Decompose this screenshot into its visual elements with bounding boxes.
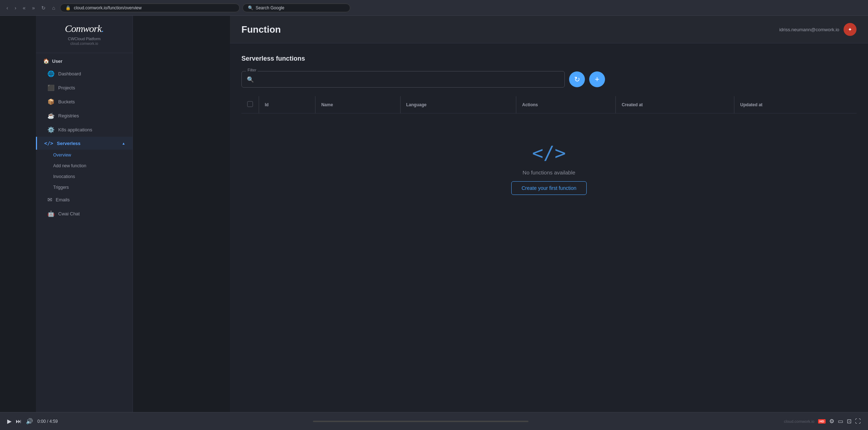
cwai-icon: 🤖 bbox=[47, 210, 55, 217]
volume-button[interactable]: 🔊 bbox=[26, 418, 33, 425]
page-title: Function bbox=[241, 24, 281, 35]
th-created-at: Created at bbox=[616, 96, 734, 113]
app-container: Comwork. CWCloud Platform cloud.comwork.… bbox=[36, 16, 868, 412]
sidebar-item-k8s[interactable]: ⚙️ K8s applications bbox=[36, 123, 133, 137]
avatar-icon: ✦ bbox=[848, 27, 852, 32]
logo-text: Comwork. bbox=[65, 23, 104, 34]
go-back-button[interactable]: « bbox=[20, 4, 28, 12]
sidebar-item-emails[interactable]: ✉ Emails bbox=[36, 193, 133, 207]
captions-button[interactable]: ▭ bbox=[838, 418, 843, 425]
table-header: Id Name Language Actions Created at bbox=[241, 96, 857, 113]
th-language: Language bbox=[400, 96, 516, 113]
back-button[interactable]: ‹ bbox=[4, 4, 10, 12]
sidebar-item-cwai-chat[interactable]: 🤖 Cwai Chat bbox=[36, 207, 133, 221]
home-nav-icon: 🏠 bbox=[43, 58, 49, 64]
bottom-right-controls: cloud.comwork.io HD ⚙ ▭ ⊡ ⛶ bbox=[784, 418, 861, 425]
home-button[interactable]: ⌂ bbox=[50, 4, 57, 12]
user-section-header[interactable]: 🏠 User bbox=[36, 53, 133, 67]
user-avatar: ✦ bbox=[844, 23, 857, 36]
search-icon: 🔍 bbox=[248, 5, 253, 10]
play-button[interactable]: ▶ bbox=[7, 418, 11, 425]
registries-icon: ☕ bbox=[47, 112, 55, 119]
sidebar-sub-invocations[interactable]: Invocations bbox=[36, 171, 133, 182]
next-button[interactable]: ⏭ bbox=[16, 418, 22, 425]
emails-label: Emails bbox=[56, 197, 70, 202]
platform-name: CWCloud Platform bbox=[43, 37, 125, 41]
volume-icon: 🔊 bbox=[26, 418, 33, 424]
filter-area: Filter 🔍 ↻ + bbox=[241, 71, 857, 88]
url-bar[interactable]: 🔒 cloud.comwork.io/function/overview bbox=[60, 4, 240, 12]
select-all-checkbox[interactable] bbox=[247, 101, 253, 107]
go-forward-button[interactable]: » bbox=[30, 4, 37, 12]
sidebar-sub-add-function[interactable]: Add new function bbox=[36, 160, 133, 171]
cwai-label: Cwai Chat bbox=[58, 211, 80, 216]
watermark: cloud.comwork.io bbox=[784, 419, 814, 424]
platform-url: cloud.comwork.io bbox=[43, 42, 125, 46]
progress-bar[interactable] bbox=[313, 421, 528, 422]
sidebar-sub-overview[interactable]: Overview bbox=[36, 150, 133, 160]
buckets-label: Buckets bbox=[58, 99, 75, 104]
projects-icon: ⬛ bbox=[47, 84, 55, 91]
chevron-up-icon: ▲ bbox=[122, 141, 125, 145]
search-bar[interactable]: 🔍 Search Google bbox=[243, 4, 350, 12]
section-title: Serverless functions bbox=[241, 55, 857, 62]
invocations-label: Invocations bbox=[53, 174, 75, 179]
main-content: Function idriss.neumann@comwork.io ✦ Ser… bbox=[230, 16, 868, 412]
refresh-button[interactable]: ↻ bbox=[569, 71, 585, 87]
add-button[interactable]: + bbox=[589, 71, 605, 87]
filter-label: Filter bbox=[246, 68, 258, 72]
buckets-icon: 📦 bbox=[47, 98, 55, 105]
th-updated-at: Updated at bbox=[734, 96, 857, 113]
lock-icon: 🔒 bbox=[65, 5, 71, 10]
settings-button[interactable]: ⚙ bbox=[829, 418, 834, 425]
serverless-icon: </> bbox=[44, 140, 53, 146]
filter-wrapper: Filter 🔍 bbox=[241, 71, 565, 88]
forward-button[interactable]: › bbox=[13, 4, 19, 12]
reload-button[interactable]: ↻ bbox=[39, 4, 48, 12]
th-actions: Actions bbox=[516, 96, 616, 113]
k8s-icon: ⚙️ bbox=[47, 126, 55, 133]
sidebar-sub-triggers[interactable]: Triggers bbox=[36, 182, 133, 193]
registries-label: Registries bbox=[58, 113, 79, 118]
sidebar-item-buckets[interactable]: 📦 Buckets bbox=[36, 95, 133, 109]
sidebar-item-projects[interactable]: ⬛ Projects bbox=[36, 81, 133, 95]
page-body: Serverless functions Filter 🔍 ↻ + bbox=[230, 43, 868, 412]
sidebar-item-dashboard[interactable]: 🌐 Dashboard bbox=[36, 67, 133, 81]
logo-dot: . bbox=[101, 23, 103, 34]
fullscreen-button[interactable]: ⛶ bbox=[855, 418, 861, 425]
dashboard-label: Dashboard bbox=[58, 71, 81, 76]
bottom-bar: ▶ ⏭ 🔊 0:00 / 4:59 cloud.comwork.io HD ⚙ … bbox=[0, 412, 868, 430]
nav-sidebar: Comwork. CWCloud Platform cloud.comwork.… bbox=[36, 16, 133, 412]
total-time: 4:59 bbox=[49, 419, 57, 424]
filter-input[interactable] bbox=[242, 71, 564, 87]
sidebar-item-registries[interactable]: ☕ Registries bbox=[36, 109, 133, 123]
user-info: idriss.neumann@comwork.io ✦ bbox=[779, 23, 857, 36]
th-checkbox bbox=[241, 96, 259, 113]
create-first-function-button[interactable]: Create your first function bbox=[511, 181, 587, 195]
th-name: Name bbox=[315, 96, 400, 113]
browser-chrome: ‹ › « » ↻ ⌂ 🔒 cloud.comwork.io/function/… bbox=[0, 0, 868, 16]
sidebar-item-serverless[interactable]: </> Serverless ▲ bbox=[36, 137, 133, 150]
user-email: idriss.neumann@comwork.io bbox=[779, 27, 839, 32]
time-display: 0:00 / 4:59 bbox=[37, 419, 58, 424]
logo-area: Comwork. CWCloud Platform cloud.comwork.… bbox=[36, 16, 133, 53]
search-text: Search Google bbox=[255, 5, 284, 10]
video-controls: ▶ ⏭ 🔊 0:00 / 4:59 bbox=[7, 418, 58, 425]
current-time: 0:00 bbox=[37, 419, 46, 424]
serverless-label: Serverless bbox=[57, 141, 80, 146]
hd-badge: HD bbox=[818, 419, 826, 424]
refresh-icon: ↻ bbox=[574, 75, 580, 84]
dashboard-icon: 🌐 bbox=[47, 70, 55, 77]
projects-label: Projects bbox=[58, 85, 75, 90]
empty-code-icon: </> bbox=[532, 142, 566, 164]
overview-label: Overview bbox=[53, 153, 71, 158]
emails-icon: ✉ bbox=[47, 196, 52, 203]
empty-message: No functions available bbox=[523, 169, 576, 176]
k8s-label: K8s applications bbox=[58, 127, 92, 132]
add-icon: + bbox=[595, 75, 600, 84]
pip-button[interactable]: ⊡ bbox=[847, 418, 851, 425]
next-icon: ⏭ bbox=[16, 418, 22, 424]
browser-nav: ‹ › « » ↻ ⌂ bbox=[4, 4, 57, 12]
table-body: </> No functions available Create your f… bbox=[241, 113, 857, 224]
play-icon: ▶ bbox=[7, 418, 11, 424]
